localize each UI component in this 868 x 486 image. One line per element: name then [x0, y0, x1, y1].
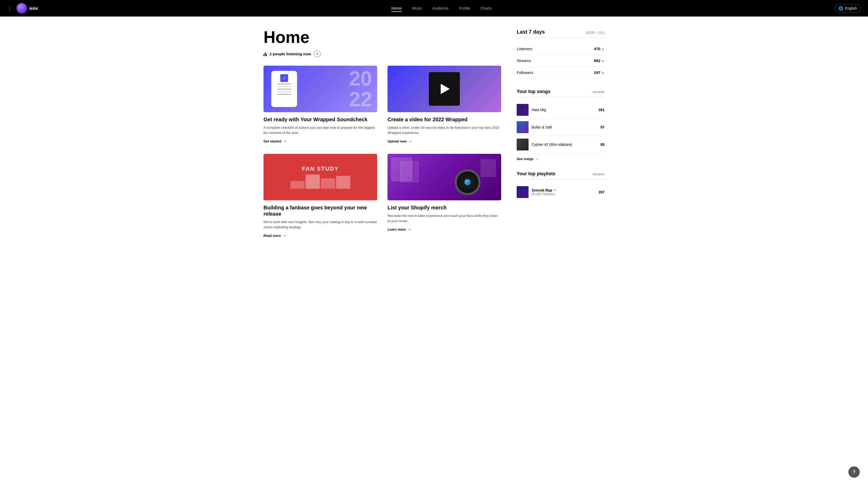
playlist-name-1: Svensk Rap ↗ [532, 188, 595, 192]
top-songs-section: Your top songs streams Hata Mig 351 Bull… [517, 89, 604, 161]
sound-bars-icon [264, 52, 267, 56]
trend-arrow-followers: ▲ [601, 71, 604, 75]
song-name-3: Cypher #2 (Rim-slaktare) [532, 142, 597, 147]
nav-link-home[interactable]: Home [392, 5, 402, 12]
card-cta-1[interactable]: Get started → [264, 139, 287, 143]
menu-dots[interactable]: ⋮ [7, 5, 12, 11]
card-desc-4: Recreate the merch table experience and … [388, 213, 501, 223]
see-songs-link[interactable]: See songs → [517, 157, 538, 161]
card-wrapped-video[interactable]: Create a video for 2022 Wrapped Upload a… [388, 66, 501, 143]
stat-value-streams: 962 ▲ [594, 58, 604, 63]
main-content: Home 2 people listening now 2022 ✓ [264, 29, 501, 238]
card-cta-4[interactable]: Learn more → [388, 227, 411, 232]
sidebar-stats-title: Last 7 days [517, 29, 545, 35]
top-playlists-title: Your top playlists [517, 171, 555, 177]
song-thumbnail-2 [517, 121, 529, 133]
page-wrapper: Home 2 people listening now 2022 ✓ [253, 17, 615, 258]
song-name-1: Hata Mig [532, 108, 595, 112]
globe-icon: 🌐 [838, 6, 843, 11]
card-shopify-merch[interactable]: List your Shopify merch Recreate the mer… [388, 154, 501, 238]
phone-mockup: ✓ [271, 71, 297, 107]
playlist-streams-1: 267 [598, 190, 604, 194]
cards-grid: 2022 ✓ Get ready with Your Wrapped Sound… [264, 66, 501, 238]
stat-value-listeners: 470 ▲ [594, 47, 604, 51]
nav-link-profile[interactable]: Profile [459, 5, 470, 12]
fan-study-label: FAN STUDY [302, 166, 339, 172]
card-cta-2[interactable]: Upload now → [388, 139, 412, 143]
sidebar-date-range: 10/26 – 11/1 [586, 30, 604, 34]
arrow-icon-1: → [283, 139, 287, 143]
play-block [429, 72, 460, 106]
card-image-2 [388, 66, 501, 112]
song-streams-3: 85 [600, 142, 604, 147]
sidebar-stats-header: Last 7 days 10/26 – 11/1 [517, 29, 604, 38]
avatar[interactable] [17, 3, 27, 13]
listening-bar: 2 people listening now [264, 50, 501, 57]
card-image-1: 2022 ✓ [264, 66, 377, 112]
song-row-2[interactable]: Bullar & Saft 97 [517, 119, 604, 136]
top-songs-header: Your top songs streams [517, 89, 604, 97]
card-desc-3: We're back with new insights. See why yo… [264, 220, 377, 230]
song-row-3[interactable]: Cypher #2 (Rim-slaktare) 85 [517, 136, 604, 153]
trend-arrow-streams: ▲ [601, 59, 604, 62]
playlist-row-1[interactable]: Svensk Rap ↗ 80,332 Followers 267 [517, 183, 604, 201]
card-image-3: FAN STUDY [264, 154, 377, 200]
video-overlay [388, 66, 501, 112]
card-title-3: Building a fanbase goes beyond your new … [264, 204, 377, 217]
card-cta-3[interactable]: Read more → [264, 233, 286, 238]
language-selector[interactable]: 🌐 English [834, 4, 861, 13]
sidebar: Last 7 days 10/26 – 11/1 Listeners 470 ▲… [517, 29, 604, 238]
card-desc-1: A complete checklist of actions you can … [264, 125, 377, 135]
nav-links: Home Music Audience Profile Charts [49, 5, 834, 12]
arrow-icon-4: → [407, 227, 411, 232]
song-row-1[interactable]: Hata Mig 351 [517, 101, 604, 119]
stat-row-streams[interactable]: Streams 962 ▲ [517, 55, 604, 67]
top-playlists-section: Your top playlists streams Svensk Rap ↗ … [517, 171, 604, 201]
merch-items [388, 154, 501, 200]
song-thumbnail-1 [517, 104, 529, 116]
vinyl-icon [455, 169, 480, 195]
card-desc-2: Upload a short, under-30 second video to… [388, 125, 501, 135]
navigation: ⋮ MÄK Home Music Audience Profile Charts… [0, 0, 868, 17]
nav-link-music[interactable]: Music [412, 5, 422, 12]
play-icon [441, 84, 450, 94]
trend-arrow-listeners: ▲ [601, 47, 604, 51]
card-title-4: List your Shopify merch [388, 204, 501, 211]
playlists-streams-label: streams [593, 172, 604, 176]
stat-row-listeners[interactable]: Listeners 470 ▲ [517, 43, 604, 55]
nav-link-charts[interactable]: Charts [480, 5, 492, 12]
username: MÄK [29, 6, 38, 10]
card-fan-study[interactable]: FAN STUDY Building a fanbase goes beyond… [264, 154, 377, 238]
language-button[interactable]: 🌐 English [834, 4, 861, 13]
fan-bars [290, 173, 350, 189]
songs-streams-label: streams [593, 90, 604, 94]
last7days-section: Last 7 days 10/26 – 11/1 Listeners 470 ▲… [517, 29, 604, 79]
playlist-thumbnail-1 [517, 186, 529, 198]
top-songs-title: Your top songs [517, 89, 551, 94]
stat-value-followers: 197 ▲ [594, 70, 604, 75]
external-link-icon: ↗ [553, 189, 556, 192]
pause-button[interactable] [314, 50, 321, 57]
arrow-icon-3: → [282, 233, 286, 238]
page-title: Home [264, 29, 501, 46]
card-image-4 [388, 154, 501, 200]
year-text: 2022 [349, 68, 372, 110]
check-icon: ✓ [280, 74, 288, 82]
card-wrapped-soundcheck[interactable]: 2022 ✓ Get ready with Your Wrapped Sound… [264, 66, 377, 143]
song-thumbnail-3 [517, 139, 529, 150]
song-streams-2: 97 [600, 125, 604, 129]
stat-label-listeners: Listeners [517, 47, 532, 51]
arrow-icon-2: → [408, 139, 412, 143]
stat-label-followers: Followers [517, 70, 533, 75]
playlist-followers-1: 80,332 Followers [532, 192, 595, 196]
song-streams-1: 351 [598, 108, 604, 112]
stat-label-streams: Streams [517, 58, 531, 63]
top-playlists-header: Your top playlists streams [517, 171, 604, 179]
card-title-1: Get ready with Your Wrapped Soundcheck [264, 116, 377, 122]
stat-row-followers[interactable]: Followers 197 ▲ [517, 67, 604, 79]
nav-link-audience[interactable]: Audience [432, 5, 449, 12]
song-name-2: Bullar & Saft [532, 125, 597, 129]
listening-text: 2 people listening now [270, 52, 311, 56]
playlist-info-1: Svensk Rap ↗ 80,332 Followers [532, 188, 595, 196]
language-label: English [845, 6, 857, 10]
